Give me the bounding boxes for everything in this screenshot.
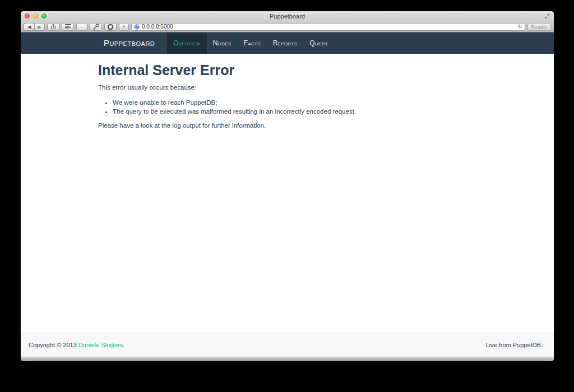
window-title: Puppetboard — [21, 11, 554, 21]
nav-item-facts[interactable]: Facts — [238, 32, 267, 54]
page-title: Internal Server Error — [98, 62, 476, 78]
globe-favicon — [134, 24, 140, 30]
error-reason-item: The query to be executed was malformed r… — [113, 108, 476, 116]
share-icon — [50, 24, 57, 30]
browser-toolbar: ◀ ▶ — [21, 21, 554, 32]
window-bottom-edge — [21, 357, 554, 361]
error-intro: This error usually occurs because: — [98, 83, 476, 92]
copyright-period: . — [123, 342, 124, 348]
close-button[interactable] — [25, 13, 30, 18]
key-icon — [92, 24, 99, 30]
share-button[interactable] — [47, 23, 59, 31]
error-reason-list: We were unable to reach PuppetDB; The qu… — [98, 99, 476, 116]
zoom-button[interactable] — [41, 13, 47, 18]
navbar-brand[interactable]: Puppetboard — [98, 32, 160, 54]
forward-button[interactable]: ▶ — [34, 23, 45, 31]
forward-icon: ▶ — [38, 24, 41, 30]
error-outro: Please have a look at the log output for… — [98, 122, 476, 130]
navbar-container: Puppetboard Overview Nodes Facts Reports… — [98, 32, 476, 54]
url-text[interactable]: 0.0.0.0:5000 — [142, 24, 516, 30]
page-footer: Copyright © 2013 Daniele Sluijters. Live… — [21, 333, 554, 357]
nav-item-nodes[interactable]: Nodes — [207, 32, 238, 54]
minimize-button[interactable] — [33, 13, 38, 18]
nav-item-overview[interactable]: Overview — [167, 32, 206, 54]
blank-toolbar-button[interactable] — [76, 23, 87, 31]
copyright: Copyright © 2013 Daniele Sluijters. — [29, 342, 124, 348]
nav-item-reports[interactable]: Reports — [267, 32, 304, 54]
reading-list-button[interactable] — [62, 23, 74, 31]
footer-right-text: Live from PuppetDB. — [486, 342, 543, 348]
ring-icon — [107, 24, 114, 30]
main-content: Internal Server Error This error usually… — [21, 54, 554, 333]
list-lines-icon — [65, 24, 71, 29]
fullscreen-icon[interactable] — [544, 13, 550, 20]
titlebar: Puppetboard — [21, 11, 554, 21]
new-tab-button[interactable]: + — [119, 23, 129, 31]
history-nav: ◀ ▶ — [24, 23, 45, 31]
app-navbar: Puppetboard Overview Nodes Facts Reports… — [21, 32, 554, 54]
reader-button[interactable]: Reader — [527, 23, 551, 31]
reload-icon[interactable]: ↻ — [518, 24, 522, 30]
plus-icon: + — [122, 24, 125, 30]
copyright-text: Copyright © 2013 — [29, 342, 78, 348]
back-button[interactable]: ◀ — [24, 23, 34, 31]
back-icon: ◀ — [27, 24, 31, 30]
author-link[interactable]: Daniele Sluijters — [78, 342, 123, 348]
address-bar[interactable]: 0.0.0.0:5000 ↻ — [131, 23, 525, 31]
extension-button[interactable] — [104, 23, 117, 31]
traffic-lights — [25, 13, 47, 18]
nav-item-query[interactable]: Query — [303, 32, 334, 54]
error-reason-item: We were unable to reach PuppetDB; — [113, 99, 476, 108]
passwords-button[interactable] — [90, 23, 102, 31]
browser-window: Puppetboard ◀ ▶ — [21, 11, 554, 361]
